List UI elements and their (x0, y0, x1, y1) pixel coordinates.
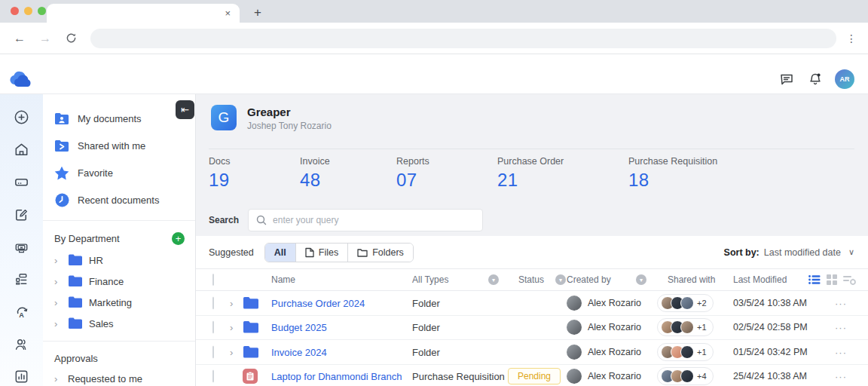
column-type[interactable]: All Types (412, 274, 448, 285)
address-bar[interactable] (90, 29, 836, 48)
nav-item-recent-documents[interactable]: Recent documents (43, 186, 195, 213)
row-menu-icon[interactable]: ··· (835, 322, 847, 333)
team-members-icon[interactable] (13, 335, 31, 353)
user-avatar[interactable]: AR (835, 69, 854, 89)
new-tab-button[interactable]: + (249, 4, 267, 22)
tab-folders[interactable]: Folders (348, 244, 413, 262)
row-menu-icon[interactable]: ··· (835, 297, 847, 308)
table-row[interactable]: › Budget 2025 Folder Alex Rozario +1 02/… (196, 316, 868, 341)
collapse-sidebar-icon[interactable]: ⇤ (176, 100, 194, 119)
expand-chevron-icon[interactable]: › (54, 276, 62, 287)
browser-menu-icon[interactable]: ⋮ (844, 28, 859, 49)
grid-view-icon[interactable] (827, 274, 837, 285)
tree-item-requested[interactable]: › Requested to me (43, 369, 195, 386)
row-expand-icon[interactable]: › (230, 322, 233, 333)
window-zoom-button[interactable] (38, 7, 46, 15)
row-checkbox[interactable] (212, 345, 214, 358)
row-expand-icon[interactable]: › (230, 297, 233, 308)
avatar (567, 345, 582, 360)
file-type: Folder (412, 322, 440, 333)
created-by: Alex Rozario (567, 345, 641, 360)
file-name-link[interactable]: Laptop for Dhanmondi Branch (271, 371, 402, 382)
tab-files[interactable]: Files (296, 244, 348, 262)
window-minimize-button[interactable] (24, 7, 32, 15)
compose-document-icon[interactable] (13, 205, 31, 223)
comments-icon[interactable] (778, 70, 796, 88)
file-name-link[interactable]: Purchase Order 2024 (271, 297, 365, 308)
column-name[interactable]: Name (271, 274, 295, 285)
window-close-button[interactable] (11, 7, 19, 15)
stat-value: 21 (497, 170, 564, 191)
back-icon[interactable]: ← (9, 28, 30, 49)
table-row[interactable]: Laptop for Dhanmondi Branch Purchase Req… (196, 365, 868, 386)
tab-close-icon[interactable]: × (225, 8, 231, 18)
select-all-checkbox[interactable] (212, 274, 214, 286)
table-row[interactable]: › Purchase Order 2024 Folder Alex Rozari… (196, 291, 868, 316)
folder-icon (243, 321, 259, 334)
column-status[interactable]: Status (518, 274, 544, 285)
shared-with-avatars[interactable]: +1 (657, 343, 714, 361)
nav-panel: ⇤ My documents Shared with me Favorite (43, 94, 196, 386)
shared-with-avatars[interactable]: +2 (657, 294, 714, 312)
browser-tabstrip: × + (0, 0, 868, 23)
row-menu-icon[interactable]: ··· (835, 346, 847, 357)
table-row[interactable]: › Invoice 2024 Folder Alex Rozario +1 01… (196, 340, 868, 365)
row-checkbox[interactable] (212, 370, 214, 383)
row-checkbox[interactable] (212, 321, 214, 334)
file-name-link[interactable]: Invoice 2024 (271, 346, 327, 357)
list-view-icon[interactable] (808, 274, 821, 285)
row-menu-icon[interactable]: ··· (835, 371, 847, 382)
expand-chevron-icon[interactable]: › (54, 297, 62, 308)
chevron-down-icon: ∨ (848, 247, 854, 257)
expand-chevron-icon[interactable]: › (54, 373, 62, 384)
nav-item-my-documents[interactable]: My documents (43, 105, 195, 132)
shared-with-avatars[interactable]: +1 (657, 318, 714, 336)
workspace-avatar: G (211, 105, 237, 130)
app-logo-cloud-icon[interactable] (7, 69, 34, 89)
tree-item-label: Finance (89, 276, 124, 287)
filter-settings-icon[interactable] (843, 274, 856, 285)
row-checkbox[interactable] (212, 296, 214, 309)
svg-text:A: A (19, 311, 24, 318)
column-shared-with[interactable]: Shared with (668, 274, 715, 285)
nav-item-favorite[interactable]: Favorite (43, 159, 195, 186)
shared-with-avatars[interactable]: +4 (657, 367, 714, 385)
print-export-icon[interactable] (13, 237, 31, 256)
tab-label: All (274, 247, 286, 258)
task-board-icon[interactable] (13, 270, 31, 288)
shared-folder-icon (54, 138, 69, 153)
stat-value: 07 (396, 170, 429, 191)
sort-control[interactable]: Sort by: Last modified date ∨ (724, 247, 854, 258)
storage-drive-icon[interactable] (13, 173, 31, 191)
row-expand-icon[interactable]: › (230, 346, 233, 357)
tree-item-marketing[interactable]: › Marketing (43, 292, 195, 313)
file-name-link[interactable]: Budget 2025 (271, 322, 327, 333)
status-sort-icon[interactable]: ▾ (555, 274, 566, 285)
forward-icon[interactable]: → (35, 28, 56, 49)
expand-chevron-icon[interactable]: › (54, 255, 62, 266)
rename-auto-icon[interactable]: A (13, 302, 31, 320)
search-box (248, 209, 483, 231)
browser-tab[interactable]: × (47, 4, 240, 23)
column-created-by[interactable]: Created by (567, 274, 611, 285)
tree-item-hr[interactable]: › HR (43, 250, 195, 271)
create-new-icon[interactable] (13, 108, 31, 126)
shared-overflow-count: +1 (697, 348, 707, 357)
notifications-bell-icon[interactable] (806, 70, 824, 88)
add-department-icon[interactable]: + (172, 232, 185, 245)
tree-item-finance[interactable]: › Finance (43, 271, 195, 292)
table-header: Name All Types ▾ Status ▾ Created by ▾ S… (196, 268, 868, 291)
column-last-modified[interactable]: Last Modified (733, 274, 787, 285)
search-input[interactable] (273, 215, 475, 225)
type-sort-icon[interactable]: ▾ (488, 274, 499, 285)
tab-all[interactable]: All (265, 244, 296, 262)
app-header: AR (0, 54, 868, 94)
last-modified: 01/5/24 03:42 PM (733, 347, 808, 357)
reload-icon[interactable] (60, 28, 81, 49)
tree-item-sales[interactable]: › Sales (43, 313, 195, 334)
home-icon[interactable] (13, 140, 31, 158)
nav-item-shared-with-me[interactable]: Shared with me (43, 132, 195, 159)
created-sort-icon[interactable]: ▾ (636, 274, 646, 285)
analytics-icon[interactable] (13, 367, 31, 385)
expand-chevron-icon[interactable]: › (54, 318, 62, 329)
